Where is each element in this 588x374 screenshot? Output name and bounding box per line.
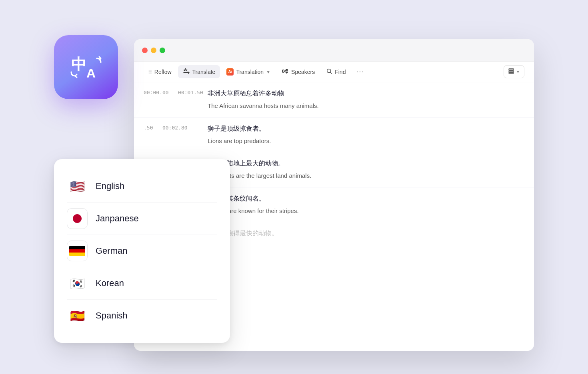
subtitle-original-text: 斑马以其条纹闻名。 — [208, 194, 524, 203]
language-name: Janpanese — [96, 213, 139, 224]
language-panel: 🇺🇸EnglishJanpaneseGerman🇰🇷Korean🇪🇸Spanis… — [54, 159, 230, 343]
svg-rect-8 — [509, 72, 514, 74]
svg-rect-2 — [282, 70, 284, 72]
subtitle-content: 非洲大草原栖息着许多动物The African savanna hosts ma… — [208, 89, 524, 111]
app-icon-symbol: 中 A — [68, 51, 104, 83]
flag-container: 🇺🇸 — [67, 176, 88, 197]
subtitle-content: 斑马以其条纹闻名。Zebras are known for their stri… — [208, 194, 524, 216]
reflow-label: Reflow — [154, 69, 172, 75]
subtitle-time: .50 - 00:02.80 — [144, 124, 208, 146]
flag-container — [67, 241, 88, 261]
svg-rect-6 — [509, 69, 514, 70]
subtitle-translated-text: Zebras are known for their stripes. — [208, 207, 524, 216]
traffic-light-green[interactable] — [160, 48, 165, 53]
language-name: German — [96, 246, 127, 256]
svg-point-4 — [286, 72, 288, 73]
find-label: Find — [335, 69, 346, 75]
svg-point-3 — [286, 70, 288, 71]
reflow-icon: ≡ — [148, 68, 152, 75]
german-flag-icon — [69, 246, 85, 256]
table-row: 00:00.00 - 00:01.50非洲大草原栖息着许多动物The Afric… — [134, 82, 534, 117]
flag-container: 🇰🇷 — [67, 273, 88, 294]
list-item[interactable]: German — [67, 235, 217, 267]
subtitle-content: 猎豹是跑得最快的动物。 — [208, 229, 524, 241]
ai-icon: Ai — [226, 68, 234, 76]
translation-label: Translation — [236, 69, 264, 75]
browser-titlebar — [134, 39, 534, 62]
language-name: Spanish — [96, 310, 128, 321]
more-icon: ··· — [356, 68, 364, 76]
list-item[interactable]: 🇪🇸Spanish — [67, 300, 217, 332]
traffic-light-red[interactable] — [142, 48, 148, 53]
subtitle-time: 00:00.00 - 00:01.50 — [144, 89, 208, 111]
speakers-label: Speakers — [291, 69, 315, 75]
chevron-layout-icon: ▼ — [516, 70, 520, 74]
search-icon — [326, 68, 332, 76]
more-button[interactable]: ··· — [352, 65, 368, 78]
chevron-down-icon: ▼ — [266, 70, 270, 74]
translation-button[interactable]: Ai Translation ▼ — [222, 66, 275, 78]
language-name: Korean — [96, 278, 124, 288]
flag-container — [67, 208, 88, 229]
list-item[interactable]: 🇰🇷Korean — [67, 267, 217, 300]
layout-button[interactable]: ▼ — [504, 65, 524, 78]
subtitle-translated-text: The African savanna hosts many animals. — [208, 101, 524, 111]
flag-container: 🇪🇸 — [67, 305, 88, 326]
layout-icon — [508, 68, 514, 76]
subtitle-content: 大象是陆地上最大的动物。Elephants are the largest la… — [208, 159, 524, 181]
subtitle-original-text: 非洲大草原栖息着许多动物 — [208, 89, 524, 98]
find-button[interactable]: Find — [321, 66, 350, 78]
list-item[interactable]: Janpanese — [67, 203, 217, 235]
svg-text:A: A — [86, 66, 96, 80]
language-name: English — [96, 181, 124, 191]
svg-text:中: 中 — [71, 56, 86, 73]
speakers-icon — [282, 68, 289, 76]
subtitle-original-text: 猎豹是跑得最快的动物。 — [208, 229, 524, 238]
traffic-light-yellow[interactable] — [151, 48, 156, 53]
subtitle-translated-text: Elephants are the largest land animals. — [208, 171, 524, 181]
translate-button[interactable]: Translate — [178, 65, 220, 78]
toolbar: ≡ Reflow Translate Ai Translation ▼ — [134, 62, 534, 82]
speakers-button[interactable]: Speakers — [277, 65, 320, 78]
svg-rect-7 — [509, 71, 514, 72]
subtitle-original-text: 狮子是顶级掠食者。 — [208, 124, 524, 133]
subtitle-original-text: 大象是陆地上最大的动物。 — [208, 159, 524, 168]
app-icon: 中 A — [54, 35, 118, 99]
reflow-button[interactable]: ≡ Reflow — [144, 66, 176, 78]
translate-label: Translate — [192, 69, 216, 75]
scene: 中 A ≡ Reflow — [54, 23, 534, 351]
subtitle-translated-text: Lions are top predators. — [208, 137, 524, 146]
list-item[interactable]: 🇺🇸English — [67, 170, 217, 203]
svg-point-5 — [327, 69, 331, 73]
subtitle-content: 狮子是顶级掠食者。Lions are top predators. — [208, 124, 524, 146]
japan-flag-icon — [73, 214, 82, 223]
table-row: .50 - 00:02.80狮子是顶级掠食者。Lions are top pre… — [134, 117, 534, 153]
translate-icon — [183, 68, 190, 76]
